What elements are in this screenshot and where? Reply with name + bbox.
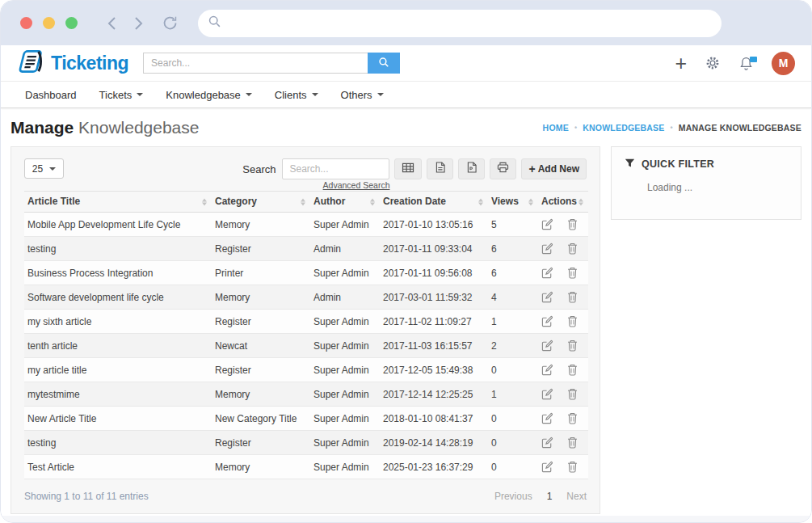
edit-icon[interactable]: [541, 437, 553, 449]
cell-views: 0: [488, 407, 538, 431]
column-header-views[interactable]: Views: [488, 192, 538, 213]
reload-icon[interactable]: [162, 15, 179, 32]
cell-created: 2017-03-01 11:59:32: [380, 285, 488, 310]
file-export-icon: [435, 162, 445, 176]
file-export-button[interactable]: [427, 158, 453, 179]
trash-icon[interactable]: [567, 364, 578, 376]
cell-author: Super Admin: [310, 382, 380, 407]
brand-logo[interactable]: Ticketing: [17, 49, 128, 77]
edit-icon[interactable]: [541, 243, 553, 255]
cell-actions: [538, 407, 588, 431]
trash-icon[interactable]: [567, 218, 578, 230]
nav-item-knowledgebase[interactable]: Knowledgebase: [154, 82, 263, 108]
avatar[interactable]: M: [772, 52, 795, 75]
table-export-button[interactable]: [394, 158, 422, 179]
column-header-creation-date[interactable]: Creation Date: [380, 192, 488, 213]
browser-nav-buttons: [107, 15, 179, 32]
global-search-button[interactable]: [368, 53, 400, 74]
cell-title: Business Process Integration: [24, 261, 212, 285]
cell-category: Register: [212, 358, 310, 382]
chevron-down-icon: [312, 93, 318, 96]
main-nav: DashboardTicketsKnowledgebaseClientsOthe…: [1, 82, 811, 108]
cell-category: New Category Title: [212, 407, 310, 431]
maximize-window-icon[interactable]: [65, 17, 78, 29]
column-label: Article Title: [27, 196, 80, 207]
add-new-button[interactable]: + Add New: [521, 158, 587, 179]
trash-icon[interactable]: [567, 243, 578, 255]
edit-icon[interactable]: [541, 461, 553, 473]
nav-item-dashboard[interactable]: Dashboard: [14, 82, 88, 108]
trash-icon[interactable]: [567, 437, 578, 449]
advanced-search-link[interactable]: Advanced Search: [323, 180, 390, 190]
column-header-article-title[interactable]: Article Title: [24, 192, 212, 213]
knowledgebase-card: 25 Search Advanced Search: [11, 146, 600, 514]
cell-actions: [538, 237, 588, 261]
table-search-input[interactable]: [282, 158, 389, 179]
trash-icon[interactable]: [567, 412, 578, 424]
edit-icon[interactable]: [541, 218, 553, 230]
cell-created: 2017-12-05 15:49:38: [380, 358, 488, 382]
trash-icon[interactable]: [567, 461, 578, 473]
table-toolbar: 25 Search Advanced Search: [24, 158, 587, 191]
cell-title: mytestmime: [24, 382, 212, 407]
gear-icon[interactable]: [705, 55, 721, 71]
close-window-icon[interactable]: [20, 17, 32, 29]
trash-icon[interactable]: [567, 267, 578, 279]
column-header-category[interactable]: Category: [212, 192, 310, 213]
edit-icon[interactable]: [541, 388, 553, 400]
back-icon[interactable]: [107, 16, 116, 31]
breadcrumb-knowledgebase[interactable]: KNOWLEDGEBASE: [583, 123, 664, 133]
cell-title: testing: [24, 431, 212, 455]
nav-item-label: Others: [341, 89, 372, 101]
edit-icon[interactable]: [541, 340, 553, 352]
cell-author: Super Admin: [310, 407, 380, 431]
trash-icon[interactable]: [567, 388, 578, 400]
cell-actions: [538, 285, 588, 310]
table-search: Search Advanced Search: [242, 158, 389, 179]
pagination-previous[interactable]: Previous: [494, 491, 532, 502]
cell-title: tenth article: [24, 334, 212, 358]
cell-views: 6: [488, 237, 538, 261]
quick-filter-loading: Loading ...: [625, 171, 788, 208]
add-quick-icon[interactable]: +: [675, 55, 687, 71]
trash-icon[interactable]: [567, 291, 578, 303]
app-body: Ticketing +: [1, 45, 811, 516]
address-bar[interactable]: [198, 10, 722, 37]
nav-item-tickets[interactable]: Tickets: [88, 82, 155, 108]
cell-actions: [538, 358, 588, 382]
bell-icon[interactable]: [738, 56, 754, 71]
cell-views: 2: [488, 334, 538, 358]
print-button[interactable]: [490, 158, 516, 179]
cell-created: 2019-02-14 14:28:19: [380, 431, 488, 455]
app-header: Ticketing +: [1, 45, 811, 82]
column-label: Category: [215, 196, 257, 207]
breadcrumb-home[interactable]: HOME: [543, 123, 569, 133]
forward-icon[interactable]: [134, 16, 144, 31]
nav-item-clients[interactable]: Clients: [263, 82, 330, 108]
global-search-input[interactable]: [143, 53, 368, 74]
edit-icon[interactable]: [541, 412, 553, 424]
sort-icon: [202, 198, 207, 205]
column-header-author[interactable]: Author: [310, 192, 380, 213]
pdf-export-button[interactable]: [458, 158, 485, 179]
trash-icon[interactable]: [567, 340, 578, 352]
cell-category: Register: [212, 310, 310, 334]
cell-actions: [538, 455, 588, 479]
edit-icon[interactable]: [541, 291, 553, 303]
table-row: tenth articleNewcatSuper Admin2017-11-03…: [24, 334, 588, 358]
pagination-next[interactable]: Next: [566, 491, 587, 502]
nav-item-others[interactable]: Others: [330, 82, 395, 108]
page-length-select[interactable]: 25: [24, 158, 64, 179]
edit-icon[interactable]: [541, 364, 553, 376]
trash-icon[interactable]: [567, 315, 578, 327]
minimize-window-icon[interactable]: [43, 17, 55, 29]
column-header-actions[interactable]: Actions: [538, 192, 588, 213]
cell-author: Super Admin: [310, 261, 380, 285]
quick-filter-title: QUICK FILTER: [642, 158, 714, 170]
nav-item-label: Clients: [275, 89, 307, 101]
edit-icon[interactable]: [541, 267, 553, 279]
pagination-page-1[interactable]: 1: [547, 491, 553, 502]
edit-icon[interactable]: [541, 315, 553, 327]
chevron-down-icon: [137, 93, 143, 96]
cell-views: 5: [488, 213, 538, 237]
